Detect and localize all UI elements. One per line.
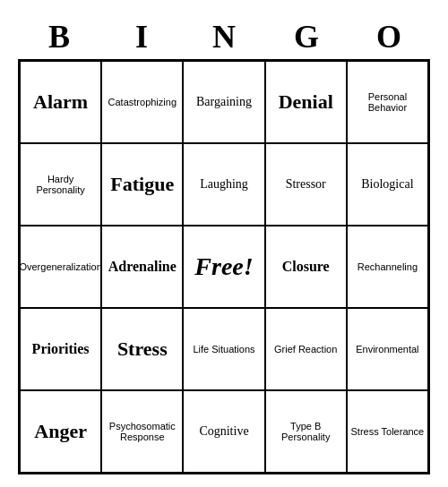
bingo-cell-13: Closure	[265, 226, 347, 308]
cell-text-23: Type B Personality	[269, 421, 343, 442]
bingo-cell-3: Denial	[265, 61, 347, 143]
cell-text-19: Environmental	[356, 344, 418, 355]
bingo-cell-23: Type B Personality	[265, 390, 347, 473]
bingo-cell-15: Priorities	[20, 308, 101, 390]
cell-text-2: Bargaining	[196, 95, 252, 109]
bingo-cell-6: Fatigue	[101, 143, 183, 226]
cell-text-12: Free!	[194, 252, 253, 281]
cell-text-3: Denial	[279, 90, 333, 114]
bingo-cell-7: Laughing	[183, 143, 264, 226]
cell-text-17: Life Situations	[193, 344, 254, 355]
cell-text-6: Fatigue	[110, 173, 174, 196]
cell-text-15: Priorities	[32, 341, 90, 357]
letter-i: I	[100, 18, 183, 56]
bingo-cell-4: Personal Behavior	[347, 61, 428, 143]
bingo-cell-2: Bargaining	[183, 61, 264, 143]
cell-text-16: Stress	[117, 337, 168, 361]
bingo-cell-5: Hardy Personality	[20, 143, 101, 226]
cell-text-20: Anger	[34, 420, 87, 443]
cell-text-24: Stress Tolerance	[351, 426, 425, 437]
bingo-cell-17: Life Situations	[183, 308, 264, 390]
bingo-cell-20: Anger	[20, 390, 101, 473]
letter-n: N	[183, 18, 265, 56]
cell-text-4: Personal Behavior	[350, 91, 425, 113]
cell-text-8: Stressor	[286, 177, 326, 192]
cell-text-11: Adrenaline	[108, 259, 177, 275]
cell-text-9: Biological	[361, 177, 413, 192]
bingo-cell-12: Free!	[183, 226, 264, 308]
cell-text-13: Closure	[282, 259, 330, 275]
cell-text-0: Alarm	[33, 90, 88, 114]
bingo-cell-0: Alarm	[20, 61, 101, 143]
cell-text-7: Laughing	[200, 177, 248, 192]
letter-g: G	[265, 18, 348, 56]
bingo-cell-22: Cognitive	[183, 390, 264, 473]
bingo-cell-24: Stress Tolerance	[347, 390, 428, 473]
cell-text-22: Cognitive	[199, 424, 248, 439]
letter-b: B	[18, 18, 100, 56]
cell-text-10: Overgeneralization	[20, 261, 101, 272]
bingo-cell-8: Stressor	[265, 143, 347, 226]
cell-text-1: Catastrophizing	[108, 97, 177, 107]
bingo-cell-19: Environmental	[347, 308, 428, 390]
bingo-cell-18: Grief Reaction	[265, 308, 347, 390]
bingo-cell-16: Stress	[101, 308, 183, 390]
bingo-grid: AlarmCatastrophizingBargainingDenialPers…	[18, 59, 430, 474]
bingo-cell-1: Catastrophizing	[101, 61, 183, 143]
cell-text-5: Hardy Personality	[23, 174, 98, 195]
bingo-cell-21: Psychosomatic Response	[101, 390, 183, 473]
cell-text-18: Grief Reaction	[274, 344, 337, 355]
bingo-cell-9: Biological	[347, 143, 428, 226]
cell-text-14: Rechanneling	[358, 261, 418, 272]
bingo-cell-11: Adrenaline	[101, 226, 183, 308]
bingo-cell-10: Overgeneralization	[20, 226, 101, 308]
cell-text-21: Psychosomatic Response	[105, 421, 179, 442]
letter-o: O	[348, 18, 430, 56]
bingo-cell-14: Rechanneling	[347, 226, 428, 308]
